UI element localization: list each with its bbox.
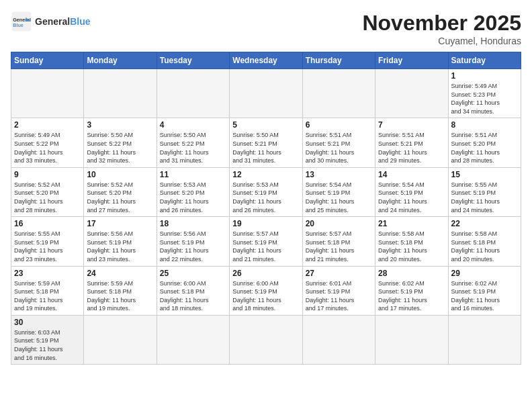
day-number: 27	[306, 269, 372, 278]
sunrise-text: Sunrise: 5:58 AM	[451, 230, 518, 238]
calendar-cell: 3Sunrise: 5:50 AMSunset: 5:22 PMDaylight…	[84, 118, 157, 167]
sunrise-text: Sunrise: 6:02 AM	[451, 279, 518, 288]
sunrise-text: Sunrise: 5:55 AM	[14, 230, 81, 238]
sunset-text: Sunset: 5:22 PM	[87, 140, 153, 148]
day-number: 9	[14, 170, 81, 179]
day-info: Sunrise: 5:58 AMSunset: 5:18 PMDaylight:…	[378, 230, 445, 263]
sunrise-text: Sunrise: 5:51 AM	[306, 131, 372, 140]
calendar-cell: 16Sunrise: 5:55 AMSunset: 5:19 PMDayligh…	[11, 217, 84, 266]
sunset-text: Sunset: 5:18 PM	[87, 287, 153, 296]
daylight-text: Daylight: 11 hours and 17 minutes.	[378, 296, 445, 313]
daylight-text: Daylight: 11 hours and 24 minutes.	[451, 197, 518, 214]
day-number: 30	[14, 318, 81, 327]
day-number: 19	[232, 219, 299, 228]
calendar-cell: 9Sunrise: 5:52 AMSunset: 5:20 PMDaylight…	[11, 167, 84, 216]
day-number: 24	[87, 269, 153, 278]
sunset-text: Sunset: 5:18 PM	[306, 238, 372, 247]
day-info: Sunrise: 5:53 AMSunset: 5:19 PMDaylight:…	[232, 181, 299, 214]
daylight-text: Daylight: 11 hours and 26 minutes.	[232, 197, 299, 214]
calendar-cell: 23Sunrise: 5:59 AMSunset: 5:18 PMDayligh…	[11, 266, 84, 315]
day-info: Sunrise: 6:00 AMSunset: 5:18 PMDaylight:…	[160, 279, 226, 313]
daylight-text: Daylight: 11 hours and 30 minutes.	[306, 148, 372, 165]
calendar-week-1: 2Sunrise: 5:49 AMSunset: 5:22 PMDaylight…	[11, 118, 521, 167]
daylight-text: Daylight: 11 hours and 23 minutes.	[87, 246, 153, 263]
sunset-text: Sunset: 5:20 PM	[451, 140, 518, 148]
sunrise-text: Sunrise: 5:52 AM	[14, 181, 81, 189]
daylight-text: Daylight: 11 hours and 21 minutes.	[232, 246, 299, 263]
sunset-text: Sunset: 5:20 PM	[14, 189, 81, 197]
calendar-cell: 4Sunrise: 5:50 AMSunset: 5:22 PMDaylight…	[157, 118, 229, 167]
daylight-text: Daylight: 11 hours and 22 minutes.	[160, 246, 226, 263]
sunrise-text: Sunrise: 6:02 AM	[378, 279, 445, 288]
day-info: Sunrise: 5:55 AMSunset: 5:19 PMDaylight:…	[451, 181, 518, 214]
calendar-cell: 2Sunrise: 5:49 AMSunset: 5:22 PMDaylight…	[11, 118, 84, 167]
daylight-text: Daylight: 11 hours and 34 minutes.	[451, 99, 518, 116]
day-info: Sunrise: 6:01 AMSunset: 5:19 PMDaylight:…	[306, 279, 372, 313]
sunset-text: Sunset: 5:20 PM	[87, 189, 153, 197]
sunset-text: Sunset: 5:18 PM	[14, 287, 81, 296]
day-number: 22	[451, 219, 518, 228]
sunset-text: Sunset: 5:19 PM	[451, 287, 518, 296]
daylight-text: Daylight: 11 hours and 16 minutes.	[14, 345, 81, 362]
calendar-cell: 20Sunrise: 5:57 AMSunset: 5:18 PMDayligh…	[302, 217, 375, 266]
calendar-cell	[302, 69, 375, 118]
sunset-text: Sunset: 5:22 PM	[160, 140, 226, 148]
calendar-cell: 21Sunrise: 5:58 AMSunset: 5:18 PMDayligh…	[375, 217, 448, 266]
day-number: 5	[232, 120, 299, 130]
day-info: Sunrise: 5:51 AMSunset: 5:20 PMDaylight:…	[451, 131, 518, 165]
sunrise-text: Sunrise: 5:54 AM	[306, 181, 372, 189]
daylight-text: Daylight: 11 hours and 18 minutes.	[232, 296, 299, 313]
day-info: Sunrise: 5:58 AMSunset: 5:18 PMDaylight:…	[451, 230, 518, 263]
calendar-table: SundayMondayTuesdayWednesdayThursdayFrid…	[11, 52, 521, 365]
sunrise-text: Sunrise: 5:56 AM	[160, 230, 226, 238]
sunrise-text: Sunrise: 5:58 AM	[378, 230, 445, 238]
calendar-cell	[230, 315, 302, 364]
calendar-cell	[448, 315, 521, 364]
calendar-cell: 29Sunrise: 6:02 AMSunset: 5:19 PMDayligh…	[448, 266, 521, 315]
sunset-text: Sunset: 5:21 PM	[378, 140, 445, 148]
daylight-text: Daylight: 11 hours and 23 minutes.	[14, 246, 81, 263]
day-info: Sunrise: 5:51 AMSunset: 5:21 PMDaylight:…	[306, 131, 372, 165]
day-info: Sunrise: 6:03 AMSunset: 5:19 PMDaylight:…	[14, 328, 81, 362]
calendar-cell: 1Sunrise: 5:49 AMSunset: 5:23 PMDaylight…	[448, 69, 521, 118]
calendar-cell: 25Sunrise: 6:00 AMSunset: 5:18 PMDayligh…	[157, 266, 229, 315]
daylight-text: Daylight: 11 hours and 24 minutes.	[378, 197, 445, 214]
calendar-cell: 19Sunrise: 5:57 AMSunset: 5:19 PMDayligh…	[230, 217, 302, 266]
daylight-text: Daylight: 11 hours and 29 minutes.	[378, 148, 445, 165]
day-number: 21	[378, 219, 445, 228]
weekday-header-thursday: Thursday	[302, 52, 375, 69]
day-info: Sunrise: 5:53 AMSunset: 5:20 PMDaylight:…	[160, 181, 226, 214]
calendar-cell	[84, 69, 157, 118]
calendar-cell: 28Sunrise: 6:02 AMSunset: 5:19 PMDayligh…	[375, 266, 448, 315]
calendar-cell: 13Sunrise: 5:54 AMSunset: 5:19 PMDayligh…	[302, 167, 375, 216]
daylight-text: Daylight: 11 hours and 32 minutes.	[87, 148, 153, 165]
daylight-text: Daylight: 11 hours and 19 minutes.	[87, 296, 153, 313]
calendar-week-3: 16Sunrise: 5:55 AMSunset: 5:19 PMDayligh…	[11, 217, 521, 266]
logo: General Blue GeneralBlue	[11, 11, 90, 32]
day-info: Sunrise: 6:02 AMSunset: 5:19 PMDaylight:…	[451, 279, 518, 313]
sunset-text: Sunset: 5:19 PM	[14, 336, 81, 345]
sunset-text: Sunset: 5:19 PM	[378, 287, 445, 296]
day-info: Sunrise: 5:54 AMSunset: 5:19 PMDaylight:…	[306, 181, 372, 214]
calendar-cell: 10Sunrise: 5:52 AMSunset: 5:20 PMDayligh…	[84, 167, 157, 216]
sunset-text: Sunset: 5:19 PM	[232, 189, 299, 197]
weekday-header-sunday: Sunday	[11, 52, 84, 69]
calendar-week-5: 30Sunrise: 6:03 AMSunset: 5:19 PMDayligh…	[11, 315, 521, 364]
sunset-text: Sunset: 5:19 PM	[232, 287, 299, 296]
sunset-text: Sunset: 5:19 PM	[378, 189, 445, 197]
calendar-cell	[375, 69, 448, 118]
calendar-cell: 17Sunrise: 5:56 AMSunset: 5:19 PMDayligh…	[84, 217, 157, 266]
day-number: 8	[451, 120, 518, 130]
weekday-header-friday: Friday	[375, 52, 448, 69]
calendar-cell: 11Sunrise: 5:53 AMSunset: 5:20 PMDayligh…	[157, 167, 229, 216]
calendar-cell	[157, 69, 229, 118]
calendar-cell: 7Sunrise: 5:51 AMSunset: 5:21 PMDaylight…	[375, 118, 448, 167]
daylight-text: Daylight: 11 hours and 19 minutes.	[14, 296, 81, 313]
sunset-text: Sunset: 5:18 PM	[378, 238, 445, 247]
sunset-text: Sunset: 5:19 PM	[451, 189, 518, 197]
sunrise-text: Sunrise: 6:00 AM	[160, 279, 226, 288]
sunset-text: Sunset: 5:23 PM	[451, 91, 518, 99]
day-number: 29	[451, 269, 518, 278]
sunrise-text: Sunrise: 5:51 AM	[451, 131, 518, 140]
calendar-cell	[157, 315, 229, 364]
